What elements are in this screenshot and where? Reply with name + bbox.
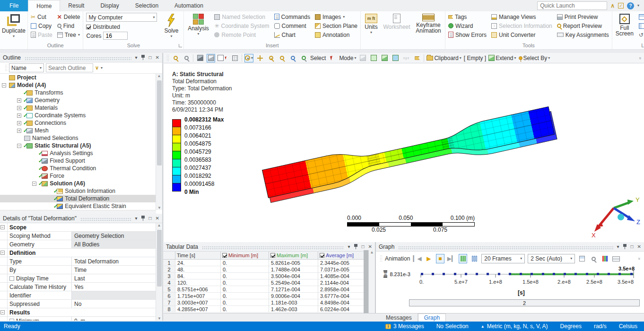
scroll-thumb[interactable] (157, 230, 162, 287)
print-preview-button[interactable]: Print Preview (556, 12, 610, 21)
detail-value[interactable]: Last (72, 274, 157, 282)
tree-item-coordinate-systems[interactable]: +✓Coordinate Systems (0, 112, 156, 119)
detail-value[interactable]: Yes (72, 283, 157, 291)
tree-item-materials[interactable]: +✓Materials (0, 104, 156, 112)
average-column-checkbox[interactable] (320, 253, 324, 258)
select-edges-button[interactable] (369, 54, 378, 62)
animation-drag-handle[interactable] (380, 255, 382, 262)
tree-item-fixed-support[interactable]: ✓Fixed Support (0, 157, 156, 165)
tab-messages[interactable]: Messages (380, 314, 418, 322)
detail-value[interactable]: Time (72, 266, 157, 274)
cores-input[interactable] (103, 32, 128, 40)
coordinate-system-button[interactable]: ✳Coordinate System (213, 21, 270, 30)
expander-icon[interactable]: + (17, 98, 21, 103)
key-assignments-button[interactable]: Key Assignments (556, 30, 610, 39)
help-icon[interactable]: ? (627, 2, 634, 9)
tree-item-equivalent-elastic-strain[interactable]: ✓Equivalent Elastic Strain (0, 202, 156, 210)
column-header-minimum[interactable]: Minimum [m] (221, 252, 269, 259)
tree-button[interactable]: Tree▾ (56, 30, 81, 39)
details-row-scoping-method[interactable]: Scoping MethodGeometry Selection (0, 232, 157, 240)
tab-home[interactable]: Home (28, 0, 60, 11)
status-selection[interactable]: No Selection (436, 323, 469, 330)
graphics-viewport[interactable]: A: Static Structural Total Deformation T… (164, 63, 644, 242)
expander-icon[interactable]: + (17, 121, 21, 125)
outline-menu-icon[interactable]: ▾ (135, 55, 138, 60)
wireframe-button[interactable] (218, 54, 228, 62)
select-mode-cursor[interactable] (328, 54, 337, 62)
details-section-definition[interactable]: −Definition (0, 249, 157, 257)
select-nodes-button[interactable]: xyz (402, 54, 410, 62)
detail-value[interactable]: All Bodies (72, 240, 157, 248)
table-row[interactable]: 84.2855e+0070.1.462e-0036.0224e-004 (163, 306, 375, 313)
tab-file[interactable]: File (0, 0, 28, 11)
chart-button[interactable]: Chart (273, 30, 311, 39)
expander-icon[interactable]: − (17, 144, 21, 148)
select-bodies-button[interactable] (391, 54, 400, 62)
time-slider[interactable]: 2 (409, 299, 640, 306)
status-units[interactable]: ▲Metric (m, kg, N, s, V, A) (481, 323, 548, 330)
manage-views-button[interactable]: Manage Views (490, 12, 553, 21)
expand-search-icon[interactable]: ∨ (95, 65, 99, 71)
graph-menu-icon[interactable]: ▾ (617, 244, 619, 249)
deformed-specimen-model[interactable] (244, 93, 589, 235)
collapse-ribbon-icon[interactable]: ∧ (610, 2, 615, 9)
details-row-calculate-time-history[interactable]: Calculate Time HistoryYes (0, 283, 157, 291)
details-row-display-time[interactable]: Display TimeLast (0, 274, 157, 283)
section-collapse-icon[interactable]: − (0, 225, 5, 229)
scroll-up-icon[interactable]: ▲ (370, 250, 374, 254)
keyframe-strip-button[interactable] (612, 254, 620, 263)
table-row[interactable]: 61.715e+0070.9.0006e-0043.6777e-004 (163, 293, 375, 299)
tree-item-transforms[interactable]: ✓Transforms (0, 89, 156, 96)
box-zoom-button[interactable] (278, 54, 286, 62)
find-button[interactable]: Find (56, 21, 81, 30)
rotate-button[interactable]: ▾ (244, 54, 253, 62)
details-maximize-icon[interactable]: □ (149, 216, 152, 221)
zoom-to-fit-graph-button[interactable] (589, 254, 598, 263)
table-row[interactable]: 73.0003e+0070.1.181e-0034.8498e-004 (163, 299, 375, 306)
tab-selection[interactable]: Selection (127, 0, 166, 11)
duplicate-button[interactable]: Duplicate ▾ (2, 12, 26, 38)
tabular-vertical-scrollbar[interactable]: ▲ (368, 250, 375, 313)
tree-item-geometry[interactable]: +✓Geometry (0, 96, 156, 104)
duration-select[interactable]: 2 Sec (Auto)▾ (528, 254, 575, 263)
result-sets-button[interactable] (470, 254, 479, 263)
quick-launch-input[interactable] (537, 1, 607, 10)
tab-result[interactable]: Result (60, 0, 92, 11)
outline-close-icon[interactable]: ✕ (156, 55, 159, 60)
section-collapse-icon[interactable]: − (0, 251, 5, 255)
zoom-globe-button[interactable] (299, 54, 308, 62)
scroll-up-icon[interactable]: ▲ (157, 74, 161, 78)
remote-point-button[interactable]: Remote Point (213, 30, 270, 39)
shaded-exterior-button[interactable] (207, 54, 215, 62)
clipboard-dropdown[interactable]: Clipboard▾ (426, 54, 461, 62)
mode-dropdown[interactable]: Mode▾ (339, 54, 356, 62)
detail-value[interactable] (72, 291, 157, 299)
outline-pin-icon[interactable] (141, 55, 145, 60)
paste-button[interactable]: Paste (30, 30, 53, 39)
detail-value[interactable]: Geometry Selection (72, 232, 157, 240)
tab-automation[interactable]: Automation (166, 0, 211, 11)
worksheet-button[interactable]: Worksheet (383, 12, 411, 30)
details-close-icon[interactable]: ✕ (156, 216, 159, 221)
expander-icon[interactable]: − (2, 83, 6, 87)
solver-target-select[interactable]: My Computer▾ (85, 12, 158, 22)
outline-maximize-icon[interactable]: □ (149, 55, 152, 60)
tree-item-total-deformation[interactable]: ✓Total Deformation (0, 195, 156, 202)
details-menu-icon[interactable]: ▾ (135, 216, 138, 221)
expander-icon[interactable]: + (17, 106, 21, 110)
expander-icon[interactable]: + (17, 129, 21, 133)
search-options-caret-icon[interactable]: ▾ (101, 66, 103, 70)
zoom-in-out-button[interactable]: + (267, 54, 275, 62)
tree-item-project[interactable]: Project (0, 74, 156, 81)
annotation-button[interactable]: Annotation (314, 30, 358, 39)
detail-value[interactable]: Total Deformation (72, 257, 157, 265)
tree-item-mesh[interactable]: +✓Mesh (0, 127, 156, 134)
details-vertical-scrollbar[interactable]: ▲▼ (156, 223, 162, 321)
selection-information-button[interactable]: iSelection Information (490, 21, 553, 30)
maximum-column-checkbox[interactable] (270, 253, 275, 258)
tree-item-connections[interactable]: +✓Connections (0, 119, 156, 127)
comment-button[interactable]: Comment (273, 21, 311, 30)
toolbar-drag-handle[interactable] (166, 54, 169, 62)
wizard-button[interactable]: Wizard (447, 21, 487, 30)
zoom-previous-button[interactable] (171, 54, 180, 62)
